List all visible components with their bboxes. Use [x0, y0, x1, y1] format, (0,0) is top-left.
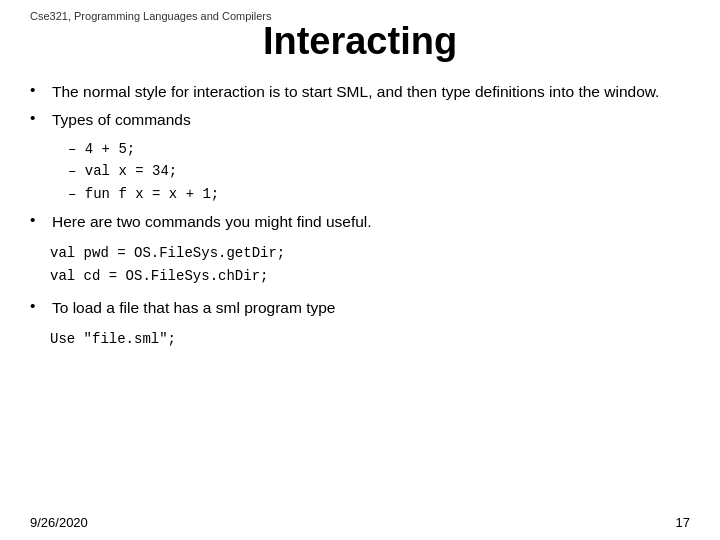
- sub-bullet-1: 4 + 5;: [68, 138, 690, 160]
- bullet-item-2: • Types of commands: [30, 109, 690, 131]
- footer-date: 9/26/2020: [30, 515, 88, 530]
- code-line-use: Use "file.sml";: [50, 328, 690, 352]
- code-block-2: Use "file.sml";: [50, 328, 690, 352]
- bullet-section-1: • The normal style for interaction is to…: [30, 81, 690, 234]
- bullet-item-4: • To load a file that has a sml program …: [30, 297, 690, 319]
- bullet-text-2: Types of commands: [52, 109, 191, 131]
- bullet-text-4: To load a file that has a sml program ty…: [52, 297, 335, 319]
- page-title: Interacting: [30, 20, 690, 63]
- bullet-item-3: • Here are two commands you might find u…: [30, 211, 690, 233]
- bullet-item-1: • The normal style for interaction is to…: [30, 81, 690, 103]
- page-container: Cse321, Programming Languages and Compil…: [0, 0, 720, 540]
- footer: 9/26/2020 17: [30, 515, 690, 530]
- bullet-dot-1: •: [30, 81, 48, 99]
- bullet-dot-3: •: [30, 211, 48, 229]
- bullet-text-1: The normal style for interaction is to s…: [52, 81, 659, 103]
- bullet-dot-2: •: [30, 109, 48, 127]
- sub-bullets: 4 + 5; val x = 34; fun f x = x + 1;: [68, 138, 690, 205]
- code-line-1: val pwd = OS.FileSys.getDir;: [50, 242, 690, 266]
- bullet-dot-4: •: [30, 297, 48, 315]
- sub-bullet-2: val x = 34;: [68, 160, 690, 182]
- code-block-1: val pwd = OS.FileSys.getDir; val cd = OS…: [50, 242, 690, 290]
- code-line-2: val cd = OS.FileSys.chDir;: [50, 265, 690, 289]
- footer-page-number: 17: [676, 515, 690, 530]
- sub-bullet-3: fun f x = x + 1;: [68, 183, 690, 205]
- bullet-text-3: Here are two commands you might find use…: [52, 211, 372, 233]
